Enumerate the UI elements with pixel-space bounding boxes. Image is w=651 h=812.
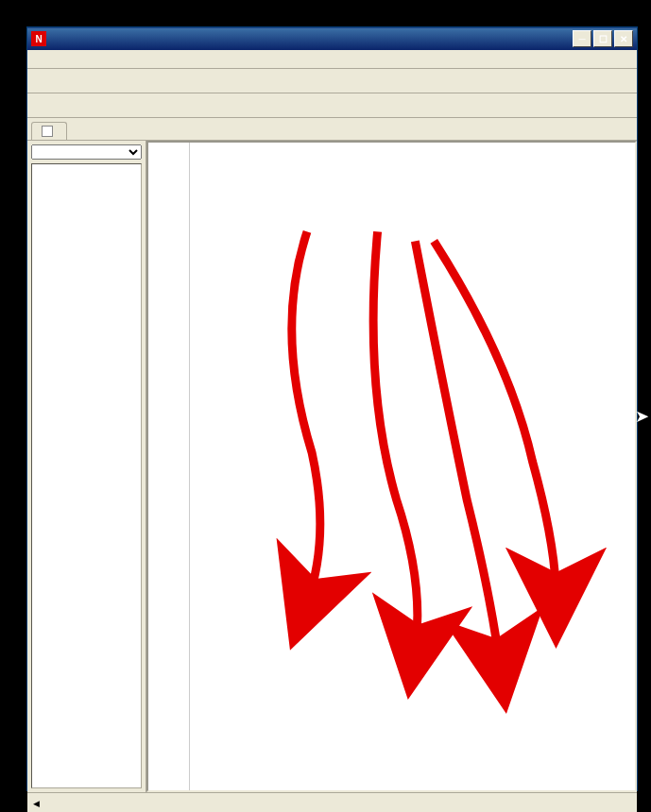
library-selector[interactable]	[31, 144, 142, 160]
document-icon	[42, 126, 53, 137]
cursor-icon: ➤	[635, 406, 649, 427]
editor[interactable]	[146, 141, 637, 792]
sidebar	[27, 141, 146, 792]
toolbar-1	[27, 69, 637, 93]
tab-scroll-left[interactable]: ◀	[29, 795, 43, 812]
editor-content[interactable]	[190, 143, 635, 790]
library-dropdown[interactable]	[31, 144, 142, 160]
app-window: N ─ ☐ ✕	[26, 26, 638, 791]
file-tabs	[27, 118, 637, 141]
app-icon: N	[31, 31, 46, 46]
library-list[interactable]	[31, 163, 142, 788]
close-button[interactable]: ✕	[614, 30, 633, 47]
toolbar-2	[27, 93, 637, 118]
file-tab-report[interactable]	[31, 122, 67, 140]
menubar	[27, 50, 637, 69]
window-controls: ─ ☐ ✕	[573, 30, 633, 47]
line-numbers	[148, 143, 190, 790]
minimize-button[interactable]: ─	[573, 30, 591, 47]
bottom-tabs: ◀	[27, 792, 637, 812]
main-area	[27, 141, 637, 792]
maximize-button[interactable]: ☐	[593, 30, 612, 47]
titlebar[interactable]: N ─ ☐ ✕	[27, 27, 637, 50]
